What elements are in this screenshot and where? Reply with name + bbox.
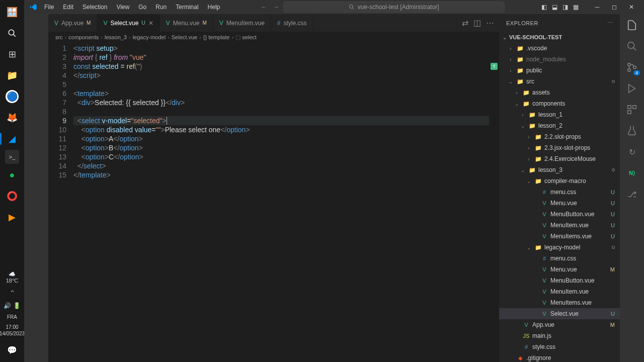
tree-node_modules[interactable]: ›📁node_modules <box>499 54 620 65</box>
tree-public[interactable]: ›📁public <box>499 65 620 76</box>
close-button[interactable]: ✕ <box>623 0 640 14</box>
menu-edit[interactable]: Edit <box>59 3 77 12</box>
minimize-button[interactable]: ─ <box>589 0 606 14</box>
explorer-icon[interactable]: 📁 <box>2 65 22 85</box>
breadcrumb[interactable]: src›components›lesson_3›legacy-model›Sel… <box>48 32 499 43</box>
tree-MenuButton.vue[interactable]: VMenuButton.vue <box>499 275 620 286</box>
tree-style.css[interactable]: #style.css <box>499 341 620 352</box>
split-editor-icon[interactable]: ◫ <box>473 18 481 28</box>
terminal-icon[interactable]: >_ <box>5 150 19 164</box>
tree-Select.vue[interactable]: VSelect.vueU <box>499 308 620 319</box>
minimap[interactable]: T <box>489 43 499 362</box>
search-icon[interactable] <box>2 23 22 43</box>
titlebar: FileEditSelectionViewGoRunTerminalHelp ←… <box>24 0 644 14</box>
tree-main.js[interactable]: JSmain.js <box>499 330 620 341</box>
tree-.vscode[interactable]: ›📁.vscode <box>499 43 620 54</box>
vscode-icon[interactable]: ◢ <box>2 129 22 149</box>
tree-2.4.ExerciceMouse[interactable]: ›📁2.4.ExerciceMouse <box>499 153 620 164</box>
notifications-icon[interactable]: 💬 <box>4 342 20 358</box>
more-icon[interactable]: ⋯ <box>607 20 613 26</box>
layout-right-icon[interactable]: ◨ <box>562 4 568 11</box>
firefox-icon[interactable]: 🦊 <box>2 108 22 128</box>
refresh-icon[interactable]: ↻ <box>625 145 639 159</box>
nuxt-icon[interactable]: N⟩ <box>625 166 639 180</box>
tab-App.vue[interactable]: VApp.vueM <box>48 14 97 32</box>
tree-lesson_1[interactable]: ›📁lesson_1 <box>499 109 620 120</box>
tree-legacy-model[interactable]: ⌄📁legacy-model <box>499 242 620 253</box>
tree-compiler-macro[interactable]: ⌄📁compiler-macro <box>499 175 620 187</box>
testing-icon[interactable] <box>625 124 639 138</box>
start-icon[interactable]: 🪟 <box>2 2 22 22</box>
tree-MenuItem.vue[interactable]: VMenuItem.vue <box>499 286 620 297</box>
vue-icon: V <box>166 20 170 27</box>
clock[interactable]: 17:00 14/05/2023 <box>0 324 25 337</box>
tree-components[interactable]: ⌄📁components <box>499 98 620 109</box>
tree-MenuItem.vue[interactable]: VMenuItem.vueU <box>499 220 620 231</box>
chrome-icon[interactable]: 🔵 <box>6 90 19 103</box>
svg-rect-7 <box>633 106 636 109</box>
tab-MenuItem.vue[interactable]: VMenuItem.vue <box>213 14 271 32</box>
project-root[interactable]: ⌄VUE-SCHOOL-TEST <box>499 32 620 43</box>
folder-icon: 📁 <box>528 123 536 129</box>
git-graph-icon[interactable]: ⎇ <box>625 187 639 201</box>
layout-bottom-icon[interactable]: ⬓ <box>552 4 557 11</box>
menu-help[interactable]: Help <box>204 3 224 12</box>
tree-menu.css[interactable]: #menu.cssU <box>499 187 620 198</box>
vue-icon: V <box>540 200 548 206</box>
nav-forward-icon[interactable]: → <box>273 4 279 11</box>
menu-go[interactable]: Go <box>134 3 150 12</box>
compare-icon[interactable]: ⇄ <box>462 18 468 28</box>
task-view-icon[interactable]: ⊞ <box>2 44 22 64</box>
tree-Menu.vue[interactable]: VMenu.vueU <box>499 198 620 209</box>
tab-style.css[interactable]: #style.css <box>271 14 313 32</box>
tree-lesson_3[interactable]: ⌄📁lesson_3 <box>499 164 620 175</box>
tree-.gitignore[interactable]: ◆.gitignore <box>499 352 620 362</box>
debug-icon[interactable] <box>625 81 639 96</box>
editor-tabs: VApp.vueMVSelect.vueU✕VMenu.vueMVMenuIte… <box>48 14 499 32</box>
explorer-title: EXPLORER ⋯ <box>499 14 620 32</box>
more-icon[interactable]: ⋯ <box>486 18 494 28</box>
vue-icon: V <box>540 266 548 273</box>
tree-MenuButton.vue[interactable]: VMenuButton.vueU <box>499 209 620 220</box>
tree-2.3.jsx-slot-props[interactable]: ›📁2.3.jsx-slot-props <box>499 142 620 153</box>
weather-widget[interactable]: ☁️ 18°C <box>6 271 19 284</box>
tree-MenuItems.vue[interactable]: VMenuItems.vue <box>499 297 620 308</box>
search-icon[interactable] <box>625 39 639 53</box>
spotify-icon[interactable]: ● <box>2 165 22 185</box>
menu-run[interactable]: Run <box>151 3 171 12</box>
folder-icon: 📁 <box>534 134 542 140</box>
tab-Select.vue[interactable]: VSelect.vueU✕ <box>97 14 159 32</box>
nav-back-icon[interactable]: ← <box>261 4 267 11</box>
menu-selection[interactable]: Selection <box>78 3 111 12</box>
files-icon[interactable] <box>625 18 639 32</box>
vue-icon: V <box>540 289 548 295</box>
tree-src[interactable]: ⌄📁src <box>499 76 620 87</box>
svg-point-0 <box>9 30 14 35</box>
css-icon: # <box>540 255 548 261</box>
language-indicator[interactable]: FRA <box>7 314 17 320</box>
tree-2.2.slot-props[interactable]: ›📁2.2.slot-props <box>499 131 620 142</box>
menu-terminal[interactable]: Terminal <box>172 3 202 12</box>
tree-MenuItems.vue[interactable]: VMenuItems.vueU <box>499 231 620 242</box>
tree-App.vue[interactable]: VApp.vueM <box>499 319 620 330</box>
menu-file[interactable]: File <box>40 3 58 12</box>
layout-panel-icon[interactable]: ▦ <box>573 4 579 11</box>
media-icon[interactable]: ▶ <box>2 207 22 227</box>
tree-assets[interactable]: ›📁assets <box>499 87 620 98</box>
maximize-button[interactable]: ◻ <box>606 0 623 14</box>
tree-Menu.vue[interactable]: VMenu.vueM <box>499 264 620 275</box>
code-editor[interactable]: 123456789101112131415 <script setup>impo… <box>48 43 499 362</box>
svg-rect-6 <box>628 106 631 109</box>
menu-view[interactable]: View <box>112 3 133 12</box>
extensions-icon[interactable] <box>625 103 639 117</box>
close-icon[interactable]: ✕ <box>148 20 153 27</box>
folder-icon: 📁 <box>516 56 524 63</box>
tab-Menu.vue[interactable]: VMenu.vueM <box>160 14 213 32</box>
source-control-icon[interactable]: 4 <box>625 60 639 74</box>
app-icon[interactable]: ⭕ <box>2 186 22 206</box>
layout-left-icon[interactable]: ◧ <box>541 4 547 11</box>
tree-lesson_2[interactable]: ⌄📁lesson_2 <box>499 120 620 131</box>
folder-icon: 📁 <box>522 89 530 96</box>
tree-menu.css[interactable]: #menu.css <box>499 253 620 264</box>
command-center[interactable]: vue-school-test [Administrator] <box>283 2 505 13</box>
